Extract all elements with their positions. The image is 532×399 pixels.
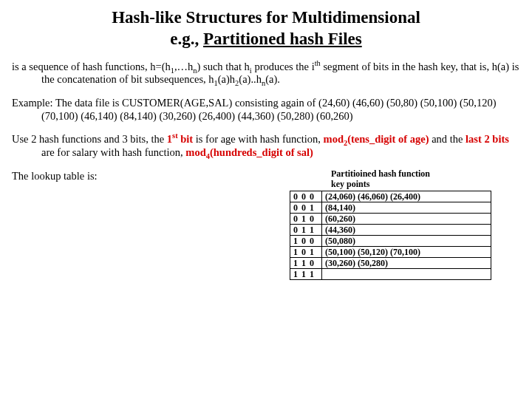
lookup-caption: The lookup table is: (12, 170, 98, 182)
mod4-red: mod4(hundreds_digit of sal) (185, 146, 313, 158)
t: mod (185, 146, 205, 158)
t: are for salary with hash function, (41, 146, 185, 158)
cell-points: (44,360) (322, 224, 491, 235)
lookup-table: 0 0 0(24,060) (46,060) (26,400) 0 0 1(84… (290, 191, 491, 280)
cell-key: 1 1 1 (290, 268, 322, 279)
table-row: 0 1 1(44,360) (290, 224, 491, 235)
cell-points: (24,060) (46,060) (26,400) (322, 191, 491, 202)
table-row: 1 1 1 (290, 268, 491, 279)
t: and the (429, 133, 466, 145)
cell-key: 1 0 0 (290, 235, 322, 246)
para-example: Example: The data file is CUSTOMER(AGE,S… (12, 97, 520, 123)
lookup-block: The lookup table is: Partitioined hash f… (12, 170, 520, 183)
cell-points: (30,260) (50,280) (322, 257, 491, 268)
legend-line1: Partitioined hash function (331, 168, 430, 179)
cell-key: 1 1 0 (290, 257, 322, 268)
cell-key: 0 0 0 (290, 191, 322, 202)
t: is a sequence of hash functions, h=(h (12, 61, 171, 72)
t: ,…h (174, 61, 193, 72)
title-line2-underline: Partitioned hash Files (203, 30, 362, 48)
title-line2-plain: e.g., (170, 30, 203, 48)
cell-key: 0 1 0 (290, 213, 322, 224)
t: bit (178, 133, 194, 145)
bit1-red: 1st bit (167, 133, 193, 145)
t: Use 2 hash functions and 3 bits, the (12, 133, 167, 145)
t: (a). (265, 73, 280, 85)
table-row: 1 1 0(30,260) (50,280) (290, 257, 491, 268)
mod2-red: mod2(tens_digit of age) (324, 133, 429, 145)
cell-points: (60,260) (322, 213, 491, 224)
t: ) such that h (197, 61, 250, 72)
sup: th (315, 59, 321, 67)
cell-key: 1 0 1 (290, 246, 322, 257)
t: 1 (167, 133, 172, 145)
t: produces the i (252, 61, 315, 72)
slide: Hash-like Structures for Multidimensiona… (0, 0, 532, 399)
para-definition: is a sequence of hash functions, h=(h1,…… (12, 61, 520, 86)
cell-key: 0 1 1 (290, 224, 322, 235)
table-legend: Partitioined hash function key points (331, 168, 430, 190)
para-functions: Use 2 hash functions and 3 bits, the 1st… (12, 133, 520, 159)
t: (a)..h (239, 73, 262, 85)
title-line1: Hash-like Structures for Multidimensiona… (112, 8, 420, 27)
cell-points: (50,080) (322, 235, 491, 246)
table-row: 0 0 1(84,140) (290, 202, 491, 213)
slide-title: Hash-like Structures for Multidimensiona… (74, 7, 458, 50)
table-row: 1 0 0(50,080) (290, 235, 491, 246)
sup: st (172, 132, 178, 140)
cell-key: 0 0 1 (290, 202, 322, 213)
table-row: 0 1 0(60,260) (290, 213, 491, 224)
legend-line2: key points (331, 179, 369, 189)
t: (tens_digit of age) (347, 133, 429, 145)
last2bits-red: last 2 bits (466, 133, 509, 145)
table-row: 0 0 0(24,060) (46,060) (26,400) (290, 191, 491, 202)
cell-points: (50,100) (50,120) (70,100) (322, 246, 491, 257)
t: (a)h (218, 73, 235, 85)
cell-points: (84,140) (322, 202, 491, 213)
cell-points (322, 268, 491, 279)
table-row: 1 0 1(50,100) (50,120) (70,100) (290, 246, 491, 257)
lookup-table-wrap: 0 0 0(24,060) (46,060) (26,400) 0 0 1(84… (290, 191, 491, 280)
t: is for age with hash function, (193, 133, 323, 145)
t: (hundreds_digit of sal) (210, 146, 313, 158)
t: mod (324, 133, 344, 145)
